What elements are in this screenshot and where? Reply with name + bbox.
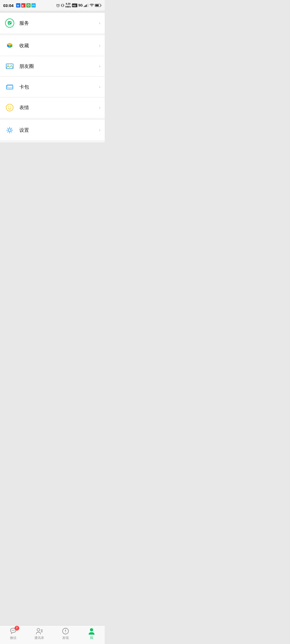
moments-chevron: ›	[99, 64, 100, 69]
menu-item-settings[interactable]: 设置 ›	[0, 120, 105, 140]
network-type: 5G	[78, 3, 83, 7]
hd-icon: HD	[72, 3, 77, 7]
svg-point-39	[90, 628, 93, 631]
emoji-label: 表情	[19, 104, 99, 111]
svg-rect-13	[87, 4, 88, 7]
svg-rect-5	[31, 3, 36, 8]
svg-point-28	[6, 104, 13, 111]
status-time: 03:04	[3, 3, 13, 8]
svg-text:微: 微	[21, 5, 24, 7]
service-icon	[4, 18, 15, 28]
bottom-nav: 7 微信 通讯录 发现	[0, 625, 105, 644]
moments-label: 朋友圈	[19, 63, 99, 69]
settings-icon-container	[4, 125, 15, 136]
svg-marker-38	[65, 631, 66, 633]
battery-icon	[95, 4, 102, 7]
svg-point-29	[8, 107, 9, 107]
svg-rect-11	[85, 5, 86, 7]
nav-label-discover: 发现	[62, 636, 69, 640]
favorites-icon	[4, 40, 15, 51]
nav-label-wechat: 微信	[10, 636, 16, 640]
favorites-chevron: ›	[99, 43, 100, 48]
contacts-icon	[35, 627, 43, 635]
svg-rect-12	[86, 5, 87, 7]
wechat-badge: 7	[15, 626, 19, 631]
svg-point-32	[12, 630, 12, 631]
nav-item-wechat[interactable]: 7 微信	[0, 626, 26, 642]
app-icon-2: 微	[21, 3, 26, 8]
app-icon-1: W	[16, 3, 20, 8]
menu-section-group2: 收藏 › 朋友圈 ›	[0, 35, 105, 118]
app-icon-4	[31, 3, 36, 8]
status-right: 6.20 KB/s HD 5G	[56, 2, 102, 8]
emoji-chevron: ›	[99, 105, 100, 110]
menu-item-favorites[interactable]: 收藏 ›	[0, 35, 105, 56]
favorites-label: 收藏	[19, 42, 99, 49]
svg-rect-7	[62, 4, 63, 7]
status-bar: 03:04 W 微	[0, 0, 105, 11]
nav-item-contacts[interactable]: 通讯录	[26, 626, 53, 642]
menu-section-settings: 设置 ›	[0, 120, 105, 140]
network-speed: 6.20 KB/s	[65, 2, 71, 8]
svg-rect-14	[88, 4, 89, 7]
settings-label: 设置	[19, 127, 99, 133]
menu-item-moments[interactable]: 朋友圈 ›	[0, 56, 105, 77]
svg-rect-10	[84, 6, 85, 7]
nav-label-me: 我	[90, 636, 93, 640]
menu-item-emoji[interactable]: 表情 ›	[0, 97, 105, 118]
svg-text:HD: HD	[73, 4, 76, 7]
svg-marker-37	[65, 629, 66, 631]
svg-text:W: W	[17, 4, 19, 7]
wallet-label: 卡包	[19, 84, 99, 90]
svg-rect-27	[7, 85, 13, 88]
wallet-icon	[4, 82, 15, 92]
svg-rect-4	[26, 3, 31, 8]
vibrate-icon	[61, 3, 64, 7]
chat-icon: 7	[9, 627, 17, 635]
svg-point-31	[8, 129, 11, 131]
main-content: 服务 › 收藏	[0, 13, 105, 250]
menu-item-wallet[interactable]: 卡包 ›	[0, 77, 105, 97]
svg-rect-16	[96, 5, 99, 6]
moments-icon	[4, 61, 15, 72]
gray-area	[0, 142, 105, 250]
wallet-chevron: ›	[99, 85, 100, 89]
service-label: 服务	[19, 20, 99, 26]
menu-item-service[interactable]: 服务 ›	[0, 13, 105, 33]
menu-section-service: 服务 ›	[0, 13, 105, 33]
signal-icon	[84, 4, 89, 7]
settings-chevron: ›	[99, 128, 100, 133]
svg-point-33	[13, 630, 13, 631]
nav-item-me[interactable]: 我	[79, 626, 105, 642]
emoji-icon	[4, 102, 15, 113]
nav-item-discover[interactable]: 发现	[52, 626, 79, 642]
svg-point-30	[10, 107, 11, 107]
nav-label-contacts: 通讯录	[34, 636, 44, 640]
svg-point-34	[14, 630, 15, 631]
alarm-icon	[56, 3, 60, 7]
me-icon	[88, 627, 96, 635]
service-chevron: ›	[99, 21, 100, 25]
svg-point-35	[37, 628, 40, 631]
app-icon-3	[26, 3, 31, 8]
discover-icon	[61, 627, 70, 635]
wifi-icon	[90, 4, 94, 7]
